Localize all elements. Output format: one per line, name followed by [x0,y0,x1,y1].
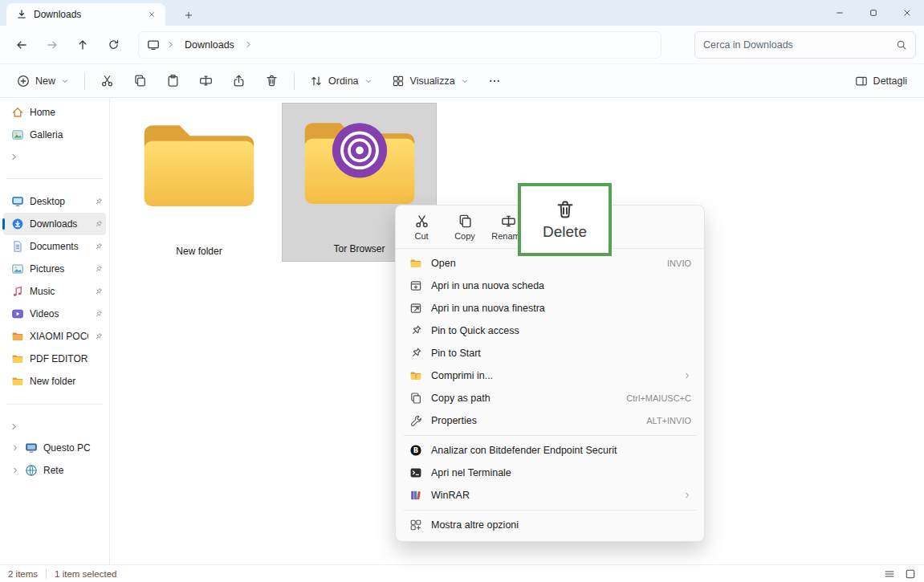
sidebar-item-pictures[interactable]: Pictures [3,258,106,280]
up-button[interactable] [69,31,96,59]
sidebar-item-home[interactable]: Home [3,101,106,124]
pictures-icon [11,263,24,275]
sidebar-item-rete[interactable]: Rete [3,459,106,482]
chevron-right-icon[interactable] [11,466,19,474]
refresh-button[interactable] [100,31,127,59]
context-menu-item-open-new-window[interactable]: Apri in una nuova finestra [399,297,701,319]
desktop-icon [11,195,24,208]
delete-button[interactable] [256,68,287,94]
music-icon [11,285,24,298]
pin-icon [409,347,422,360]
sidebar-collapse-chevron[interactable] [0,416,109,437]
maximize-button[interactable] [857,0,890,26]
context-menu-item-compress[interactable]: Comprimi in... [399,364,701,387]
open-folder-icon [409,257,422,270]
plus-icon [184,10,193,20]
context-menu-item-copy-as-path[interactable]: Copy as path Ctrl+MAIUSC+C [399,387,701,409]
sidebar-item-pdf-editor[interactable]: PDF EDITOR [3,348,106,370]
view-button[interactable]: Visualizza [383,68,478,94]
trash-icon [265,74,279,88]
context-menu-item-pin-to-start[interactable]: Pin to Start [399,342,701,364]
breadcrumb-chevron-icon[interactable] [244,40,253,49]
context-menu-item-open-new-tab[interactable]: Apri in una nuova scheda [399,275,701,297]
bitdefender-icon [409,444,422,457]
paste-button[interactable] [157,68,189,94]
sidebar-item-questo-pc[interactable]: Questo PC [3,437,106,459]
pin-icon [94,242,103,251]
sidebar-collapse-chevron[interactable] [0,146,109,167]
share-icon [232,74,246,88]
home-icon [11,106,24,119]
sidebar-item-new-folder[interactable]: New folder [3,370,106,393]
pin-icon [94,265,103,274]
copy-path-icon [409,392,422,405]
sidebar-item-downloads[interactable]: Downloads [3,213,106,235]
close-button[interactable] [890,0,924,26]
address-bar[interactable]: Downloads [138,31,661,59]
rename-button[interactable] [190,68,222,94]
plus-circle-icon [17,75,30,88]
titlebar: Downloads [0,0,924,26]
new-tab-icon [409,279,422,292]
copy-icon [458,214,473,229]
share-button[interactable] [223,68,254,94]
pin-icon [94,220,103,229]
context-menu-item-show-more-options[interactable]: Mostra altre opzioni [399,514,701,536]
new-tab-button[interactable] [180,6,197,24]
quick-action-cut[interactable]: Cut [401,208,442,246]
sidebar-item-music[interactable]: Music [3,280,106,303]
details-button[interactable]: Dettagli [846,68,916,94]
gallery-icon [11,128,24,141]
delete-action-annotation[interactable]: Delete [518,183,612,256]
chevron-right-icon [683,372,691,380]
context-menu-item-bitdefender-scan[interactable]: Analizar con Bitdefender Endpoint Securi… [399,439,701,462]
context-menu-item-open-in-terminal[interactable]: Apri nel Terminale [399,462,701,484]
context-menu-separator [404,435,696,436]
more-button[interactable] [479,68,510,94]
folder-icon [136,112,263,217]
chevron-right-icon[interactable] [11,444,19,452]
sidebar-item-documents[interactable]: Documents [3,235,106,258]
search-input[interactable] [703,39,889,51]
sidebar: Home Galleria Desktop Downloads Document… [0,98,110,564]
minimize-button[interactable] [823,0,857,26]
context-menu-item-properties[interactable]: Properties ALT+INVIO [399,409,701,432]
new-button[interactable]: New [8,68,78,94]
sort-button[interactable]: Ordina [301,68,381,94]
tab-downloads[interactable]: Downloads [6,3,165,26]
arrow-left-icon [15,39,28,51]
pin-icon [94,310,103,319]
copy-button[interactable] [124,68,156,94]
download-icon [16,9,27,20]
breadcrumb-downloads[interactable]: Downloads [181,38,238,52]
pin-icon [94,197,103,206]
icons-view-toggle-icon[interactable] [905,568,916,580]
sidebar-item-desktop[interactable]: Desktop [3,190,106,213]
status-bar: 2 items 1 item selected [0,564,924,582]
file-tile-new-folder[interactable]: New folder [131,106,267,263]
toolbar-divider [294,72,295,90]
cut-button[interactable] [92,68,123,94]
context-menu-item-winrar[interactable]: WinRAR [399,484,701,507]
sidebar-item-xiaomi-poco-f[interactable]: XIAOMI POCO F [3,325,106,348]
downloads-icon [11,218,24,230]
pin-icon [94,332,103,341]
arrow-right-icon [46,39,59,51]
properties-wrench-icon [409,414,422,427]
details-view-toggle-icon[interactable] [884,568,895,580]
terminal-icon [409,466,422,479]
forward-button[interactable] [39,31,66,59]
back-button[interactable] [8,31,35,59]
tab-title: Downloads [34,9,138,20]
quick-action-copy[interactable]: Copy [444,208,486,246]
context-menu-item-pin-quick-access[interactable]: Pin to Quick access [399,319,701,342]
clipboard-icon [166,74,180,88]
tab-close-button[interactable] [145,7,159,22]
documents-icon [11,240,24,253]
device-folder-icon [11,330,24,343]
arrow-up-icon [76,39,89,51]
sidebar-item-galleria[interactable]: Galleria [3,124,106,146]
pin-icon [409,324,422,337]
trash-icon [555,198,576,221]
sidebar-item-videos[interactable]: Videos [3,303,106,325]
